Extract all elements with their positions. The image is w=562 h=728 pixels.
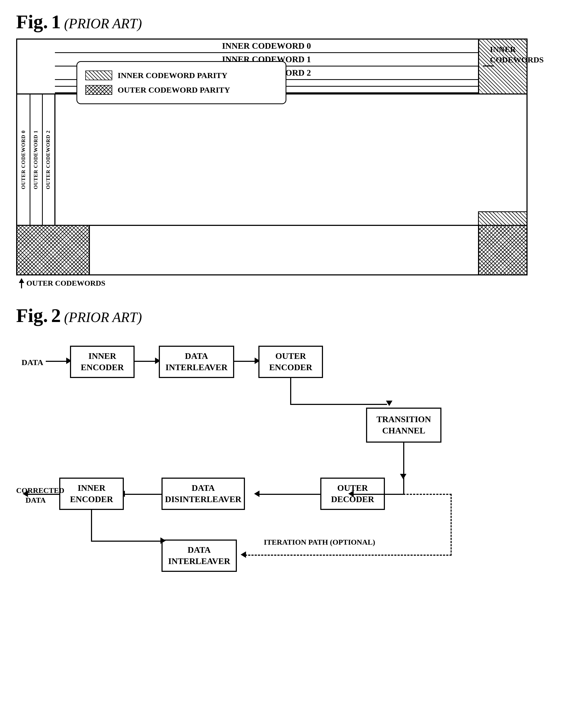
arrow-interleaver-to-outer-enc	[234, 361, 256, 362]
fig2-prefix: Fig.	[16, 305, 48, 327]
arrow-right-to-tc	[290, 404, 387, 405]
inner-encoder-bot-box: INNER ENCODER	[59, 478, 124, 510]
arrow-outer-enc-down	[290, 378, 291, 405]
legend-item-outer: OUTER CODEWORD PARITY	[85, 85, 278, 95]
inner-parity-strip-main	[478, 211, 526, 225]
fig2-diagram: DATA INNER ENCODER DATA INTERLEAVER OUTE…	[16, 332, 528, 575]
arrowhead-od-disinterleaver	[254, 491, 259, 497]
arrowhead-dashed-left	[241, 551, 246, 558]
arrow-vert-tc-to-od	[403, 443, 404, 495]
fig1-title: Fig. 1 (PRIOR ART)	[16, 11, 546, 33]
transition-channel-box: TRANSITION CHANNEL	[366, 408, 441, 443]
dashed-horiz-bottom	[245, 555, 452, 556]
dashed-vert-down	[451, 494, 452, 556]
inner-cw-row-0: INNER CODEWORD 0	[222, 41, 311, 51]
data-disinterleaver-box: DATA DISINTERLEAVER	[161, 478, 245, 510]
fig1-number: 1	[51, 11, 61, 33]
outer-col-2: OUTER CODEWORD 2	[42, 95, 54, 225]
data-interleaver-bot-box: DATA INTERLEAVER	[161, 540, 237, 572]
legend-item-inner: INNER CODEWORD PARITY	[85, 71, 278, 80]
arrow-right-to-interleaver-bot	[91, 541, 161, 542]
outer-col-1: OUTER CODEWORD 1	[30, 95, 42, 225]
inner-encoder-top-box: INNER ENCODER	[70, 346, 135, 378]
fig1-num: Fig.	[16, 11, 48, 33]
arrow-od-to-disinterleaver	[258, 494, 320, 495]
dashed-right-ext	[403, 494, 452, 495]
arrow-inner-to-interleaver	[135, 361, 156, 362]
iteration-path-label: ITERATION PATH (OPTIONAL)	[264, 537, 375, 547]
legend-outer-label: OUTER CODEWORD PARITY	[118, 85, 230, 95]
outer-col-div-3	[54, 95, 55, 226]
arrow-to-outer-decoder	[353, 494, 384, 495]
outer-encoder-box: OUTER ENCODER	[258, 346, 323, 378]
arrow-down-from-inner-bot	[91, 510, 92, 542]
fig2-number: 2	[51, 305, 61, 327]
outer-parity-right	[478, 226, 526, 274]
hatch-swatch	[85, 71, 112, 80]
data-interleaver-top-box: DATA INTERLEAVER	[159, 346, 234, 378]
outer-codewords-label-container: OUTER CODEWORDS	[19, 278, 544, 288]
fig1-diagram: INNER CODEWORD 0 INNER CODEWORD 1 INNER …	[16, 39, 528, 275]
arrow-data-to-inner-enc	[46, 361, 67, 362]
fig1-prior-art: (PRIOR ART)	[64, 16, 142, 31]
outer-cw-label: OUTER CODEWORDS	[26, 279, 105, 288]
arrowhead-outer-decoder	[348, 491, 354, 497]
fig2-title: Fig. 2 (PRIOR ART)	[16, 305, 546, 327]
horiz-divider-bottom	[17, 225, 526, 226]
outer-parity-left	[17, 226, 90, 274]
inner-cw-parity-top-hatch	[478, 40, 526, 93]
arrow-disinterleaver-to-inner-enc-bot	[124, 494, 161, 495]
arrowhead-to-tc	[386, 401, 392, 406]
arrow-horiz-right-od	[385, 494, 404, 495]
data-label: DATA	[22, 358, 43, 367]
arrowhead-to-interleaver-bot	[160, 537, 166, 544]
outer-cw-arrow	[19, 278, 24, 288]
outer-col-0: OUTER CODEWORD 0	[17, 95, 30, 225]
legend-box: INNER CODEWORD PARITY OUTER CODEWORD PAR…	[76, 61, 286, 104]
fig2-section: Fig. 2 (PRIOR ART) DATA INNER ENCODER DA…	[16, 305, 546, 575]
fig2-prior-art: (PRIOR ART)	[64, 309, 142, 325]
corrected-data-label: CORRECTED DATA	[16, 486, 46, 505]
legend-inner-label: INNER CODEWORD PARITY	[118, 71, 227, 80]
cross-swatch	[85, 85, 112, 95]
